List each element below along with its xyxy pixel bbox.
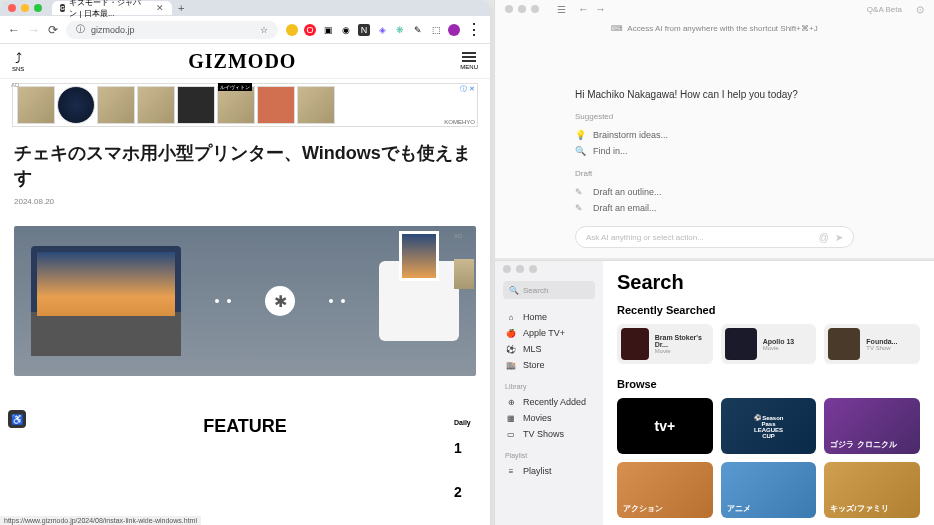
suggestion-brainstorm[interactable]: 💡 Brainstorm ideas... [575, 127, 854, 143]
minimize-window[interactable] [516, 265, 524, 273]
search-icon: 🔍 [575, 146, 585, 156]
lightbulb-icon: 💡 [575, 130, 585, 140]
site-info-icon[interactable]: ⓘ [76, 23, 85, 36]
maximize-window[interactable] [531, 5, 539, 13]
ad-thumb[interactable] [17, 86, 55, 124]
card-thumb [621, 328, 649, 360]
chrome-menu-icon[interactable]: ⋮ [466, 20, 482, 39]
forward-button[interactable]: → [595, 3, 606, 15]
minimize-window[interactable] [518, 5, 526, 13]
ad-brand: KOMEHYO [444, 119, 475, 125]
ad-thumb[interactable] [137, 86, 175, 124]
hamburger-icon [462, 52, 476, 62]
menu-button[interactable]: MENU [460, 52, 478, 70]
tab-title: ギズモード・ジャパン | 日本最... [69, 0, 148, 19]
tv-icon: ▭ [505, 429, 517, 439]
window-controls[interactable] [8, 4, 42, 12]
nav-home[interactable]: ⌂Home [503, 309, 595, 325]
browse-tile-leagues-cup[interactable]: ⚽ SeasonPassLEAGUESCUP [721, 398, 817, 454]
rank-number[interactable]: 1 [454, 426, 484, 470]
sidebar-ad-thumb[interactable] [454, 259, 474, 289]
ad-thumb[interactable]: ルイヴィトン [217, 86, 255, 124]
window-controls[interactable] [503, 265, 537, 273]
site-header: ⤴ SNS GIZMODO MENU [0, 44, 490, 79]
suggestion-find[interactable]: 🔍 Find in... [575, 143, 854, 159]
browse-tile-apple-tv[interactable]: tv+ [617, 398, 713, 454]
draft-email[interactable]: ✎ Draft an email... [575, 200, 854, 216]
article-hero-image: ✱ [14, 226, 476, 376]
search-input[interactable]: 🔍 Search [503, 281, 595, 299]
browse-heading: Browse [617, 378, 920, 390]
draft-outline[interactable]: ✎ Draft an outline... [575, 184, 854, 200]
keyboard-icon: ⌨ [611, 24, 623, 33]
window-controls[interactable] [505, 5, 539, 13]
accessibility-button[interactable]: ♿ [8, 410, 26, 428]
minimize-window[interactable] [21, 4, 29, 12]
maximize-window[interactable] [34, 4, 42, 12]
ad-thumb[interactable] [297, 86, 335, 124]
browse-tile-godzilla[interactable]: ゴジラ クロニクル [824, 398, 920, 454]
browse-tile-kids[interactable]: キッズ/ファミリ [824, 462, 920, 518]
browser-toolbar: ← → ⟳ ⓘ gizmodo.jp ☆ O ▣ ◉ N ◈ ❋ ✎ ⬚ ⋮ [0, 16, 490, 44]
at-icon[interactable]: @ [819, 232, 829, 243]
share-button[interactable]: ⤴ SNS [12, 50, 24, 72]
maximize-window[interactable] [529, 265, 537, 273]
ai-input[interactable]: Ask AI anything or select action... @ ➤ [575, 226, 854, 248]
nav-apple-tv-plus[interactable]: 🍎Apple TV+ [503, 325, 595, 341]
ad-thumb[interactable] [257, 86, 295, 124]
extension-icon[interactable]: O [304, 24, 316, 36]
nav-mls[interactable]: ⚽MLS [503, 341, 595, 357]
ad-close-icon[interactable]: ⓘ ✕ [460, 84, 475, 94]
nav-movies[interactable]: ▦Movies [503, 410, 595, 426]
browse-tile-action[interactable]: アクション [617, 462, 713, 518]
extension-icon[interactable]: ❋ [394, 24, 406, 36]
reload-button[interactable]: ⟳ [48, 23, 58, 37]
back-button[interactable]: ← [8, 23, 20, 37]
extension-icon[interactable]: ✎ [412, 24, 424, 36]
forward-button[interactable]: → [28, 23, 40, 37]
bookmark-star-icon[interactable]: ☆ [260, 25, 268, 35]
ai-greeting: Hi Machiko Nakagawa! How can I help you … [575, 89, 854, 100]
extension-icon[interactable] [286, 24, 298, 36]
close-window[interactable] [8, 4, 16, 12]
extension-icon[interactable]: N [358, 24, 370, 36]
send-icon[interactable]: ➤ [835, 232, 843, 243]
nav-recently-added[interactable]: ⊕Recently Added [503, 394, 595, 410]
ad-thumb[interactable] [97, 86, 135, 124]
site-logo[interactable]: GIZMODO [188, 50, 296, 73]
ad-banner[interactable]: AD ルイヴィトン ⓘ ✕ KOMEHYO [12, 83, 478, 127]
article-title: チェキのスマホ用小型プリンター、Windowsでも使えます [14, 141, 476, 191]
close-window[interactable] [503, 265, 511, 273]
settings-icon[interactable]: ⊙ [916, 4, 924, 15]
search-result-card[interactable]: Bram Stoker's Dr...Movie [617, 324, 713, 364]
sidebar-toggle-icon[interactable]: ☰ [557, 4, 566, 15]
ad-thumb[interactable] [57, 86, 95, 124]
search-result-card[interactable]: Apollo 13Movie [721, 324, 817, 364]
ad-thumb[interactable] [177, 86, 215, 124]
extension-icon[interactable]: ◉ [340, 24, 352, 36]
nav-tv-shows[interactable]: ▭TV Shows [503, 426, 595, 442]
close-window[interactable] [505, 5, 513, 13]
suggested-label: Suggested [575, 112, 854, 121]
ranking-tab[interactable]: Daily [454, 419, 484, 426]
back-button[interactable]: ← [578, 3, 589, 15]
address-bar[interactable]: ⓘ gizmodo.jp ☆ [66, 21, 278, 39]
new-tab-button[interactable]: + [178, 2, 184, 14]
printer-graphic [379, 261, 459, 341]
extension-icon[interactable]: ◈ [376, 24, 388, 36]
tv-main: Search Recently Searched Bram Stoker's D… [603, 261, 934, 525]
search-result-card[interactable]: Founda...TV Show [824, 324, 920, 364]
rank-number[interactable]: 2 [454, 470, 484, 514]
extension-icon[interactable]: ▣ [322, 24, 334, 36]
tab-bar: G ギズモード・ジャパン | 日本最... ✕ + [0, 0, 490, 16]
url-text: gizmodo.jp [91, 25, 135, 35]
close-tab-icon[interactable]: ✕ [156, 3, 164, 13]
profile-avatar[interactable] [448, 24, 460, 36]
browser-tab[interactable]: G ギズモード・ジャパン | 日本最... ✕ [52, 1, 172, 15]
nav-store[interactable]: 🏬Store [503, 357, 595, 373]
extensions-menu-icon[interactable]: ⬚ [430, 24, 442, 36]
page-title: Search [617, 271, 920, 294]
browse-tile-anime[interactable]: アニメ [721, 462, 817, 518]
nav-playlist[interactable]: ≡Playlist [503, 463, 595, 479]
rank-number[interactable]: 3 [454, 514, 484, 525]
